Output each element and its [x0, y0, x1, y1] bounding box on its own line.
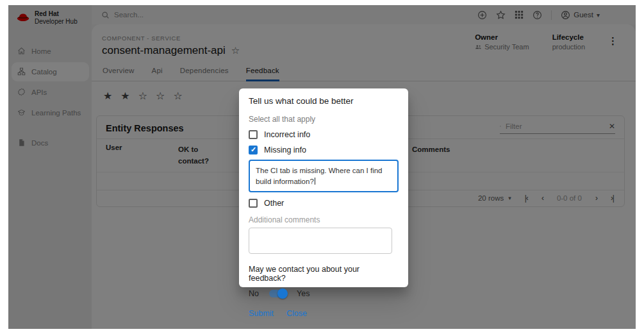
other-checkbox[interactable]	[249, 199, 258, 208]
close-button[interactable]: Close	[286, 309, 307, 318]
dialog-subtitle: Select all that apply	[249, 115, 399, 124]
checkbox-label: Other	[264, 199, 284, 208]
app-window: Red Hat Developer Hub Home Catalog APIs …	[8, 5, 636, 329]
dialog-title: Tell us what could be better	[249, 96, 399, 106]
feedback-textarea[interactable]: The CI tab is missing. Where can I find …	[249, 160, 399, 192]
checkbox-label: Incorrect info	[264, 130, 310, 139]
additional-comments-textarea[interactable]	[249, 228, 392, 254]
incorrect-info-checkbox[interactable]	[249, 130, 258, 139]
submit-button[interactable]: Submit	[249, 309, 274, 318]
toggle-knob-icon	[277, 288, 288, 299]
missing-info-checkbox[interactable]	[249, 146, 258, 154]
contact-question: May we contact you about your feedback?	[249, 265, 399, 283]
contact-toggle-row: No Yes	[249, 289, 399, 298]
text-cursor	[315, 178, 315, 185]
toggle-off-label: No	[249, 289, 259, 298]
contact-toggle[interactable]	[269, 290, 286, 297]
checkbox-label: Missing info	[264, 146, 306, 154]
toggle-on-label: Yes	[297, 289, 310, 298]
feedback-dialog: Tell us what could be better Select all …	[239, 88, 408, 287]
additional-comments-label: Additional comments	[249, 215, 399, 224]
checkbox-row-missing-info: Missing info	[249, 146, 399, 154]
checkbox-row-incorrect-info: Incorrect info	[249, 130, 399, 139]
checkbox-row-other: Other	[249, 199, 399, 208]
